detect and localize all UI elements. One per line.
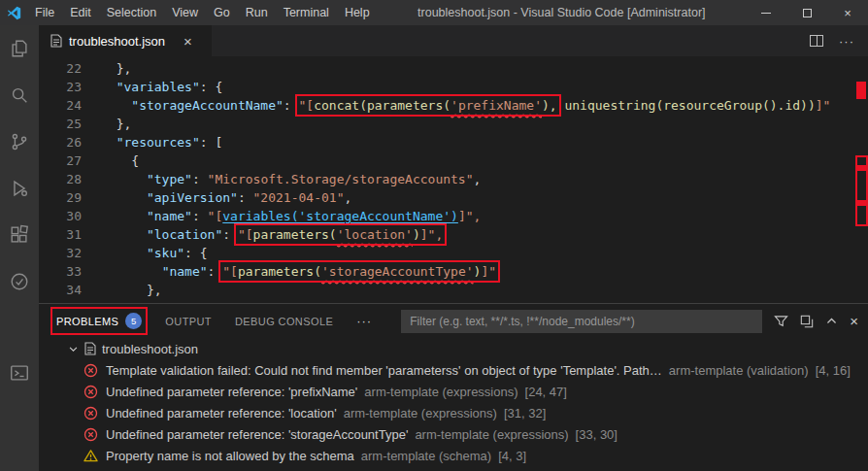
code-line[interactable]: 26 "resources": [: [39, 133, 868, 151]
maximize-panel-icon[interactable]: [825, 315, 838, 327]
code-editor[interactable]: 22 }, 23 "variables": { 24 "storageAccou…: [39, 56, 868, 303]
chevron-down-icon: [68, 344, 79, 354]
menu-file[interactable]: File: [27, 0, 62, 25]
line-number: 34: [39, 281, 101, 299]
line-number: 24: [39, 96, 101, 115]
annotation-highlight-box: "[parameters('storageAccountType')]": [222, 264, 496, 279]
code-line-content[interactable]: {: [101, 151, 139, 170]
explorer-icon[interactable]: [0, 25, 39, 72]
error-marker: [856, 165, 866, 171]
code-line-content[interactable]: "type": "Microsoft.Storage/storageAccoun…: [101, 170, 481, 188]
minimize-icon: [761, 13, 771, 14]
line-number: 25: [39, 115, 101, 133]
code-line[interactable]: 22 },: [39, 59, 868, 78]
problem-source: arm-template (expressions): [364, 385, 517, 399]
close-panel-icon[interactable]: ×: [850, 314, 858, 328]
editor-tab-bar: troubleshoot.json × ···: [39, 25, 868, 56]
testing-icon[interactable]: [0, 258, 39, 305]
menu-go[interactable]: Go: [206, 0, 238, 25]
problem-row[interactable]: Undefined parameter reference: 'prefixNa…: [39, 381, 868, 402]
editor-more-actions-icon[interactable]: ···: [839, 34, 854, 49]
problem-position: [31, 32]: [504, 406, 546, 421]
open-in-editor-icon[interactable]: [800, 315, 814, 328]
problem-position: [24, 47]: [525, 385, 567, 399]
window-title: troubleshoot.json - Visual Studio Code […: [378, 6, 746, 19]
line-number: 23: [39, 78, 101, 96]
code-line[interactable]: 27 {: [39, 151, 868, 170]
code-line-content[interactable]: },: [101, 115, 131, 133]
code-line-content[interactable]: "location": "[parameters('location')]",: [101, 225, 443, 244]
code-line-content[interactable]: "name": "[parameters('storageAccountType…: [101, 262, 496, 281]
terminal-icon[interactable]: [0, 350, 39, 396]
editor-scrollbar[interactable]: [854, 56, 868, 303]
code-line[interactable]: 29 "apiVersion": "2021-04-01",: [39, 188, 868, 207]
source-control-icon[interactable]: [0, 118, 39, 165]
tab-debug-console[interactable]: DEBUG CONSOLE: [235, 316, 333, 327]
menu-bar: File Edit Selection View Go Run Terminal…: [27, 0, 378, 25]
line-number: 27: [39, 151, 101, 170]
menu-run[interactable]: Run: [238, 0, 276, 25]
code-line[interactable]: 30 "name": "[variables('storageAccountNa…: [39, 207, 868, 225]
code-line[interactable]: 24 "storageAccountName": "[concat(parame…: [39, 96, 868, 115]
error-icon: [83, 363, 98, 378]
problem-row[interactable]: Undefined parameter reference: 'storageA…: [39, 423, 868, 445]
problems-file-group[interactable]: troubleshoot.json: [39, 338, 868, 359]
maximize-icon: [803, 9, 812, 17]
problem-row[interactable]: Property name is not allowed by the sche…: [39, 445, 868, 466]
problem-message: Undefined parameter reference: 'location…: [106, 406, 337, 421]
code-line-content[interactable]: "name": "[variables('storageAccountName'…: [101, 207, 481, 225]
tab-bar-actions: ···: [810, 25, 868, 56]
filter-icon[interactable]: [774, 314, 788, 328]
file-icon: [50, 34, 62, 48]
code-line[interactable]: 33 "name": "[parameters('storageAccountT…: [39, 262, 868, 281]
close-window-button[interactable]: ×: [827, 0, 868, 25]
problem-source: arm-template (expressions): [415, 427, 568, 442]
menu-terminal[interactable]: Terminal: [276, 0, 337, 25]
code-line-content[interactable]: },: [101, 59, 131, 78]
file-group-label: troubleshoot.json: [102, 342, 198, 356]
tab-problems[interactable]: PROBLEMS 5: [56, 313, 142, 329]
minimize-button[interactable]: [746, 0, 786, 25]
code-line[interactable]: 28 "type": "Microsoft.Storage/storageAcc…: [39, 170, 868, 188]
extensions-icon[interactable]: [0, 212, 39, 258]
code-line[interactable]: 23 "variables": {: [39, 78, 868, 96]
tab-troubleshoot-json[interactable]: troubleshoot.json ×: [39, 25, 212, 56]
code-line-content[interactable]: "apiVersion": "2021-04-01",: [101, 188, 351, 207]
run-and-debug-icon[interactable]: [0, 165, 39, 212]
line-number: 30: [39, 207, 101, 225]
error-icon: [83, 427, 98, 442]
error-icon: [83, 406, 98, 421]
menu-help[interactable]: Help: [337, 0, 378, 25]
code-line-content[interactable]: },: [101, 281, 162, 299]
line-number: 26: [39, 133, 101, 151]
menu-view[interactable]: View: [164, 0, 206, 25]
code-line[interactable]: 34 },: [39, 281, 868, 299]
problems-count-badge: 5: [125, 313, 142, 329]
warning-icon: [83, 449, 98, 463]
code-line-content[interactable]: "storageAccountName": "[concat(parameter…: [101, 96, 830, 115]
search-icon[interactable]: [0, 72, 39, 118]
file-icon: [84, 342, 96, 355]
panel-more-tabs-icon[interactable]: ···: [356, 314, 372, 328]
code-line-content[interactable]: "resources": [: [101, 133, 222, 151]
problem-row[interactable]: Template validation failed: Could not fi…: [39, 359, 868, 381]
tab-output[interactable]: OUTPUT: [165, 316, 212, 327]
problem-row[interactable]: Undefined parameter reference: 'location…: [39, 402, 868, 423]
code-line-content[interactable]: "sku": {: [101, 244, 208, 262]
problems-filter-input[interactable]: [401, 310, 762, 333]
maximize-button[interactable]: [786, 0, 827, 25]
bottom-panel: PROBLEMS 5 OUTPUT DEBUG CONSOLE ···: [39, 303, 868, 471]
code-line[interactable]: 32 "sku": {: [39, 244, 868, 262]
menu-selection[interactable]: Selection: [99, 0, 164, 25]
tab-label: troubleshoot.json: [69, 34, 165, 49]
tab-close-icon[interactable]: ×: [184, 34, 192, 49]
variable-reference-link[interactable]: variables('storageAccountName'): [222, 209, 458, 223]
menu-edit[interactable]: Edit: [62, 0, 99, 25]
code-line-content[interactable]: "variables": {: [101, 78, 222, 96]
error-icon: [83, 385, 98, 399]
problem-source: arm-template (schema): [361, 449, 491, 463]
activity-bar: [0, 25, 39, 471]
split-editor-icon[interactable]: [810, 35, 823, 47]
code-line[interactable]: 25 },: [39, 115, 868, 133]
code-line[interactable]: 31 "location": "[parameters('location')]…: [39, 225, 868, 244]
